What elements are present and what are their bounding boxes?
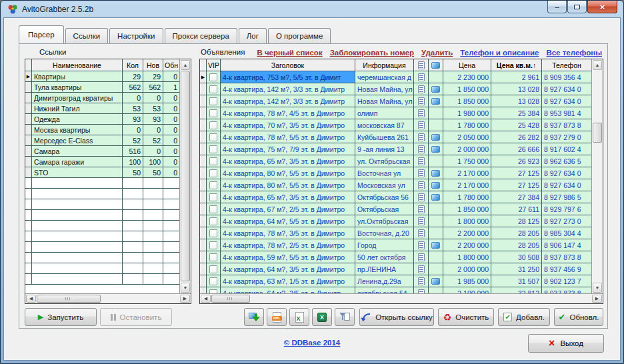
column-price-per-m2[interactable]: Цена кв.м.↑ (491, 59, 542, 71)
document-icon[interactable] (418, 277, 425, 285)
document-icon[interactable] (418, 241, 425, 249)
document-icon[interactable] (418, 193, 425, 201)
vip-checkbox[interactable] (209, 229, 217, 237)
tab-parser[interactable]: Парсер (19, 25, 64, 43)
link-row[interactable] (25, 178, 179, 189)
column-name[interactable]: Наименование (32, 59, 123, 71)
ad-row[interactable]: 4-к квартира, 78 м?, 5/5 эт. в Димитро К… (200, 131, 591, 143)
column-updated[interactable]: Обн (163, 59, 179, 71)
ad-row[interactable]: 4-к квартира, 80 м?, 5/5 эт. в Димитро М… (200, 179, 591, 191)
vip-checkbox[interactable] (209, 169, 217, 177)
column-price[interactable]: Цена (443, 59, 491, 71)
vip-checkbox[interactable] (209, 145, 217, 153)
vip-checkbox[interactable] (209, 181, 217, 189)
link-row[interactable] (25, 274, 179, 285)
column-count[interactable]: Кол (123, 59, 143, 71)
scroll-up-icon[interactable]: ▲ (593, 60, 602, 70)
tab-links[interactable]: Ссылки (65, 28, 109, 43)
tab-log[interactable]: Лог (239, 28, 267, 43)
link-row[interactable] (25, 242, 179, 253)
exit-button[interactable]: × Выход (528, 334, 604, 353)
image-icon[interactable] (431, 194, 440, 201)
image-icon[interactable] (431, 146, 440, 153)
scroll-left-icon[interactable]: ◀ (201, 295, 211, 303)
ads-horizontal-scrollbar[interactable]: ◀ ▶ (200, 293, 603, 303)
ad-row[interactable]: 4-к квартира, 64 м?, 5/5 эт. в Димитро у… (200, 215, 591, 227)
vip-checkbox[interactable] (209, 97, 217, 105)
document-icon[interactable] (418, 169, 425, 177)
export-xml-button[interactable]: XML (267, 308, 287, 326)
document-icon[interactable] (418, 157, 425, 165)
scroll-right-icon[interactable]: ▶ (180, 295, 190, 303)
ad-row[interactable]: 4-к квартира, 753 м?, 5/5 эт. в Димит че… (200, 71, 591, 83)
document-icon[interactable] (418, 253, 425, 261)
document-icon[interactable] (418, 181, 425, 189)
image-icon[interactable] (431, 182, 440, 189)
link-row[interactable]: Самара гаражи 100 100 0 (25, 157, 179, 167)
column-info[interactable]: Информация (355, 59, 414, 71)
block-number-link[interactable]: Заблокировать номер (330, 49, 414, 57)
document-icon[interactable] (418, 229, 425, 237)
links-hscroll-thumb[interactable] (37, 295, 101, 303)
column-new[interactable]: Нов (143, 59, 163, 71)
export-excel-file-button[interactable]: X (289, 308, 309, 326)
add-mode-button[interactable]: ✔ Добавл. (498, 308, 550, 326)
image-icon[interactable] (431, 278, 440, 285)
ad-row[interactable]: 4-к квартира, 64 м?, 2/5 эт. в Димитр ок… (200, 287, 591, 293)
document-icon[interactable] (418, 265, 425, 273)
download-images-button[interactable] (244, 308, 264, 326)
scroll-left-icon[interactable]: ◀ (26, 295, 36, 303)
link-row[interactable] (25, 189, 179, 199)
close-button[interactable]: × (587, 1, 617, 13)
link-row[interactable]: Москва квартиры 0 0 0 (25, 125, 179, 135)
delete-link[interactable]: Удалить (421, 49, 453, 57)
link-row[interactable] (25, 263, 179, 274)
image-icon[interactable] (431, 98, 440, 105)
document-icon[interactable] (418, 205, 425, 213)
column-document[interactable] (414, 59, 429, 71)
link-row[interactable]: Квартиры 29 29 0 (25, 71, 179, 82)
tab-about[interactable]: О программе (268, 28, 331, 43)
links-vertical-scrollbar[interactable]: ▲ ▼ (179, 59, 191, 293)
open-in-excel-button[interactable]: X (312, 308, 332, 326)
tab-settings[interactable]: Настройки (109, 28, 163, 43)
clear-button[interactable]: ♻ Очистить (438, 308, 494, 326)
links-horizontal-scrollbar[interactable]: ◀ ▶ (25, 293, 191, 303)
links-vscroll-thumb[interactable] (181, 71, 190, 281)
link-row[interactable] (25, 221, 179, 231)
ad-row[interactable]: 4-к квартира, 67 м?, 2/5 эт. в Димитро О… (200, 203, 591, 215)
link-row[interactable]: Одежда 93 93 0 (25, 114, 179, 125)
start-button[interactable]: ▶ Запустить (25, 308, 97, 326)
link-row[interactable]: Нижний Тагил 53 53 0 (25, 103, 179, 114)
ad-row[interactable]: 4-к квартира, 78 м?, 3/5 эт. в Димитро В… (200, 227, 591, 239)
vip-checkbox[interactable] (209, 217, 217, 225)
scroll-up-icon[interactable]: ▲ (181, 60, 190, 70)
ad-row[interactable]: 4-к квартира, 142 м?, 3/3 эт. в Димитр Н… (200, 83, 591, 95)
ad-row[interactable]: 4-к квартира, 78 м?, 4/5 эт. в Димитро о… (200, 107, 591, 119)
document-icon[interactable] (418, 109, 425, 117)
link-row[interactable]: Мерседес E-Class 52 52 0 (25, 135, 179, 146)
document-icon[interactable] (418, 133, 425, 141)
vip-checkbox[interactable] (209, 133, 217, 141)
ads-hscroll-thumb[interactable] (211, 295, 250, 303)
ad-row[interactable]: 4-к квартира, 80 м?, 5/5 эт. в Димитро В… (200, 167, 591, 179)
vip-checkbox[interactable] (209, 73, 217, 81)
image-icon[interactable] (431, 86, 440, 93)
column-phone[interactable]: Телефон (542, 59, 591, 71)
ad-row[interactable]: 4-к квартира, 63 м?, 1/5 эт. в Димитро Л… (200, 275, 591, 287)
vip-checkbox[interactable] (209, 253, 217, 261)
ad-row[interactable]: 4-к квартира, 75 м?, 7/9 эт. в Димитро 9… (200, 143, 591, 155)
image-icon[interactable] (431, 134, 440, 141)
scroll-down-icon[interactable]: ▼ (593, 283, 602, 293)
vip-checkbox[interactable] (209, 241, 217, 249)
column-vip[interactable]: VIP (207, 59, 221, 71)
all-phones-link[interactable]: Все телефоны (546, 49, 602, 57)
image-icon[interactable] (431, 242, 440, 249)
link-row[interactable] (25, 199, 179, 210)
vip-checkbox[interactable] (209, 265, 217, 273)
vip-checkbox[interactable] (209, 205, 217, 213)
tab-proxy-servers[interactable]: Прокси сервера (165, 28, 237, 43)
link-row[interactable] (25, 253, 179, 263)
column-image[interactable] (429, 59, 443, 71)
update-mode-button[interactable]: ✔ Обновл. (554, 308, 603, 326)
